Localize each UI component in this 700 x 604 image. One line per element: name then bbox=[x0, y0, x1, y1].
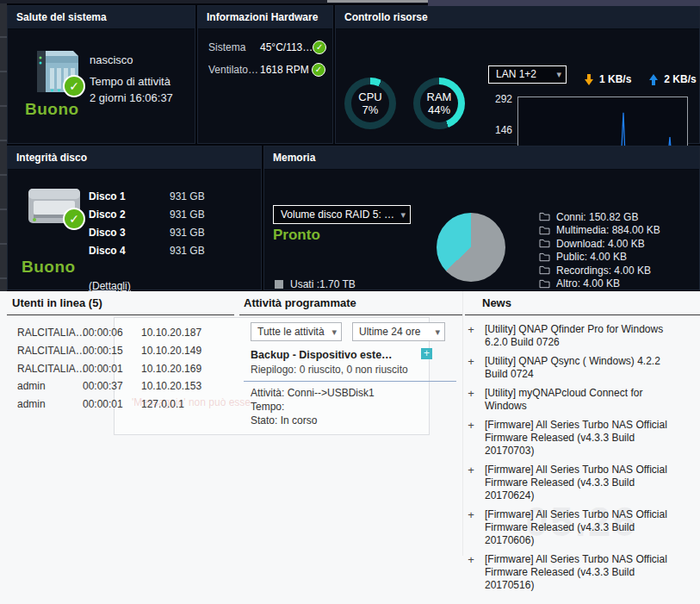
upload-arrow-icon bbox=[648, 74, 659, 85]
user-name: RALCITALIA… bbox=[17, 345, 83, 357]
user-connect-time: 00:00:15 bbox=[83, 345, 141, 357]
download-rate: 1 KB/s bbox=[599, 73, 631, 85]
news-item-text: [Firmware] All Series Turbo NAS Official… bbox=[485, 419, 685, 458]
task-range-select[interactable]: Ultime 24 ore bbox=[352, 322, 445, 341]
news-item[interactable]: [Utility] QNAP Qfinder Pro for Windows 6… bbox=[465, 323, 700, 349]
news-expand-icon[interactable] bbox=[465, 355, 477, 381]
news-item-text: [Utility] QNAP Qsync ( Windows) 4.2.2 Bu… bbox=[485, 355, 685, 381]
expand-task-button[interactable] bbox=[421, 348, 432, 359]
news-item-text: [Utility] myQNAPcloud Connect for Window… bbox=[485, 387, 685, 413]
disk-row: Disco 2 931 GB 32°C/89°F bbox=[8, 205, 261, 223]
shared-folder-row: Multimedia: 884.00 KB bbox=[539, 224, 660, 238]
left-edge-strip bbox=[0, 3, 7, 291]
dashboard-dark-area: Salute del sistema bbox=[0, 0, 700, 291]
task-activity: Attività: Conni-->USBDisk1 bbox=[251, 386, 375, 400]
news-expand-icon[interactable] bbox=[465, 464, 477, 502]
storage-title: Memoria bbox=[264, 146, 699, 170]
shared-folder-row: Public: 4.00 KB bbox=[539, 251, 660, 265]
user-connect-time: 00:00:01 bbox=[83, 398, 141, 410]
cpu-value: 7% bbox=[362, 103, 379, 116]
hardware-ok-icon bbox=[313, 40, 326, 54]
storage-pie-chart bbox=[437, 213, 505, 282]
user-ip: 10.10.20.187 bbox=[141, 327, 201, 339]
lan-interface-select[interactable]: LAN 1+2 bbox=[488, 65, 567, 84]
hardware-value: 1618 RPM bbox=[260, 64, 312, 76]
system-ok-check-icon bbox=[63, 75, 85, 97]
transfer-rates: 1 KB/s 2 KB/s bbox=[584, 73, 697, 85]
hardware-row: Ventilato… 1618 RPM bbox=[208, 59, 327, 81]
volume-select[interactable]: Volume disco RAID 5: … bbox=[273, 205, 411, 224]
folder-label: Altro: 4.00 KB bbox=[556, 277, 620, 290]
user-connect-time: 00:00:37 bbox=[83, 380, 141, 392]
online-user-row: RALCITALIA… 00:00:15 10.10.20.149 bbox=[0, 342, 201, 360]
news-item-text: [Firmware] All Series Turbo NAS Official… bbox=[485, 508, 685, 547]
news-item[interactable]: [Utility] QNAP Qsync ( Windows) 4.2.2 Bu… bbox=[465, 355, 700, 381]
resource-monitor-title: Controllo risorse bbox=[336, 6, 699, 29]
news-item-text: [Utility] QNAP Qfinder Pro for Windows 6… bbox=[485, 323, 685, 349]
disk-size: 931 GB bbox=[170, 227, 221, 239]
news-item[interactable]: [Firmware] All Series Turbo NAS Official… bbox=[465, 419, 700, 458]
hardware-info-title: Informazioni Hardware bbox=[198, 6, 332, 29]
hardware-info-panel: Informazioni Hardware Sistema 45°C/113… … bbox=[197, 5, 333, 144]
volume-select-value: Volume disco RAID 5: … bbox=[281, 209, 394, 221]
news-expand-icon[interactable] bbox=[465, 387, 477, 413]
folder-label: Multimedia: 884.00 KB bbox=[556, 224, 660, 236]
task-type-value: Tutte le attività bbox=[257, 326, 325, 338]
hardware-ok-icon bbox=[312, 63, 325, 77]
download-arrow-icon bbox=[584, 74, 594, 85]
task-type-select[interactable]: Tutte le attività bbox=[251, 322, 342, 341]
news-expand-icon[interactable] bbox=[465, 323, 477, 349]
shared-folder-row: Conni: 150.82 GB bbox=[539, 210, 660, 224]
hardware-value: 45°C/113… bbox=[260, 41, 313, 53]
system-health-panel: Salute del sistema bbox=[7, 5, 195, 144]
disk-details-link[interactable]: (Dettagli) bbox=[89, 280, 131, 292]
user-connect-time: 00:00:01 bbox=[83, 363, 141, 375]
news-item[interactable]: [Firmware] All Series Turbo NAS Official… bbox=[465, 553, 700, 592]
online-user-row: RALCITALIA… 00:00:01 10.10.20.169 bbox=[0, 359, 201, 377]
news-item[interactable]: [Firmware] All Series Turbo NAS Official… bbox=[465, 464, 700, 502]
hardware-label: Ventilato… bbox=[208, 64, 260, 76]
news-item[interactable]: [Utility] myQNAPcloud Connect for Window… bbox=[465, 387, 700, 413]
disk-health-panel: Integrità disco Buono bbox=[7, 146, 262, 290]
disk-status-text: Buono bbox=[22, 258, 76, 277]
scheduled-tasks-divider bbox=[239, 314, 462, 315]
disk-size: 931 GB bbox=[170, 245, 221, 257]
news-item[interactable]: [Firmware] All Series Turbo NAS Official… bbox=[465, 508, 700, 547]
nas-device-icon bbox=[27, 44, 84, 101]
folder-icon bbox=[539, 239, 550, 248]
online-user-row: admin 00:00:01 127.0.0.1 bbox=[0, 395, 201, 414]
lan-select-value: LAN 1+2 bbox=[496, 68, 536, 80]
column-separator bbox=[462, 291, 463, 556]
shared-folder-row: Download: 4.00 KB bbox=[539, 237, 660, 251]
storage-panel: Memoria Volume disco RAID 5: … Pronto Us… bbox=[263, 146, 700, 290]
top-edge-strip-light bbox=[327, 0, 428, 3]
dashboard-light-area: 'Messaggio' non può esse Utenti in linea… bbox=[0, 291, 700, 604]
ram-value: 44% bbox=[428, 103, 450, 116]
top-edge-strip-purple bbox=[428, 0, 700, 6]
user-ip: 10.10.20.169 bbox=[141, 363, 201, 375]
user-name: RALCITALIA… bbox=[17, 363, 83, 375]
hardware-row: Sistema 45°C/113… bbox=[208, 36, 327, 59]
online-users-divider bbox=[7, 314, 234, 315]
volume-status-text: Pronto bbox=[273, 227, 320, 244]
news-expand-icon[interactable] bbox=[465, 508, 477, 547]
task-summary: Riepilogo: 0 riuscito, 0 non riuscito bbox=[251, 364, 408, 376]
user-name: admin bbox=[17, 398, 83, 410]
disk-name: Disco 3 bbox=[89, 227, 170, 239]
user-ip: 127.0.0.1 bbox=[141, 398, 201, 410]
disk-row: Disco 3 931 GB 40°C/104°F bbox=[8, 223, 261, 241]
user-ip: 10.10.20.153 bbox=[141, 380, 201, 392]
hostname: nascisco bbox=[90, 52, 173, 68]
news-expand-icon[interactable] bbox=[465, 553, 477, 592]
cpu-label: CPU bbox=[358, 90, 381, 103]
news-expand-icon[interactable] bbox=[465, 419, 477, 458]
online-user-row: admin 00:00:37 10.10.20.153 bbox=[0, 377, 201, 395]
task-section-divider bbox=[244, 381, 456, 382]
online-users-title: Utenti in linea (5) bbox=[12, 296, 102, 309]
system-health-title: Salute del sistema bbox=[8, 6, 195, 29]
task-range-value: Ultime 24 ore bbox=[359, 326, 420, 338]
disk-name: Disco 2 bbox=[89, 209, 170, 221]
used-legend-label: Usati :1.70 TB bbox=[290, 276, 356, 293]
user-name: admin bbox=[17, 380, 83, 392]
folder-label: Recordings: 4.00 KB bbox=[556, 265, 651, 277]
